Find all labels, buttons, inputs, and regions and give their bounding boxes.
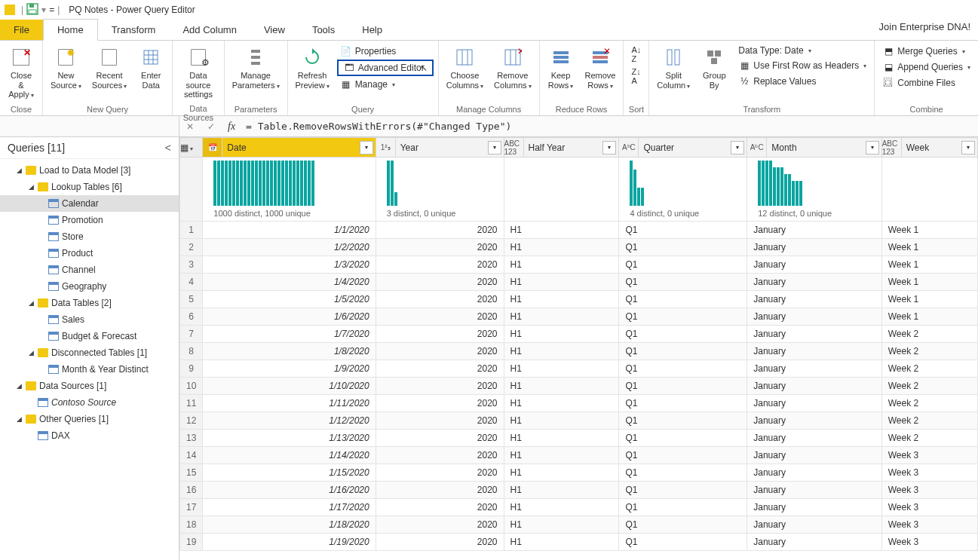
cell-half[interactable]: H1: [504, 378, 619, 395]
cell-date[interactable]: 1/2/2020: [203, 239, 376, 256]
manage-parameters-button[interactable]: Manage Parameters▾: [228, 42, 284, 93]
table-row[interactable]: 31/3/20202020H1Q1JanuaryWeek 1: [180, 256, 978, 274]
cell-quarter[interactable]: Q1: [619, 412, 747, 430]
tab-home[interactable]: Home: [43, 19, 98, 41]
cell-month[interactable]: January: [747, 326, 881, 343]
tree-folder[interactable]: ◢Data Sources [1]: [0, 378, 179, 394]
cell-week[interactable]: Week 1: [881, 308, 977, 326]
cell-year[interactable]: 2020: [376, 343, 504, 360]
cell-week[interactable]: Week 3: [881, 464, 977, 482]
cell-half[interactable]: H1: [504, 464, 619, 482]
cell-month[interactable]: January: [747, 516, 881, 534]
cell-date[interactable]: 1/8/2020: [203, 343, 376, 360]
cell-half[interactable]: H1: [504, 447, 619, 464]
cell-quarter[interactable]: Q1: [619, 308, 747, 326]
cell-half[interactable]: H1: [504, 343, 619, 360]
cell-month[interactable]: January: [747, 291, 881, 308]
column-filter-button[interactable]: ▾: [866, 141, 879, 155]
close-apply-button[interactable]: Close & Apply▾: [3, 42, 39, 103]
tree-query[interactable]: Store: [0, 228, 179, 245]
cell-week[interactable]: Week 3: [881, 534, 977, 551]
table-row[interactable]: 131/13/20202020H1Q1JanuaryWeek 2: [180, 430, 978, 447]
cell-quarter[interactable]: Q1: [619, 274, 747, 291]
keep-rows-button[interactable]: Keep Rows▾: [543, 42, 579, 93]
tree-query[interactable]: Sales: [0, 311, 179, 328]
cell-quarter[interactable]: Q1: [619, 516, 747, 534]
formula-cancel-button[interactable]: ✕: [179, 118, 201, 136]
data-grid[interactable]: ▦▾ 📅Date▾1²₃Year▾ABC 123Half Year▾AᵇCQua…: [179, 137, 978, 560]
cell-week[interactable]: Week 2: [881, 378, 977, 395]
cell-quarter[interactable]: Q1: [619, 430, 747, 447]
tree-query[interactable]: DAX: [0, 427, 179, 444]
cell-week[interactable]: Week 2: [881, 326, 977, 343]
tree-query[interactable]: Calendar: [0, 195, 179, 212]
table-row[interactable]: 71/7/20202020H1Q1JanuaryWeek 2: [180, 326, 978, 343]
cell-year[interactable]: 2020: [376, 360, 504, 378]
cell-month[interactable]: January: [747, 308, 881, 326]
data-source-settings-button[interactable]: ⚙ Data source settings: [176, 42, 220, 103]
cell-quarter[interactable]: Q1: [619, 343, 747, 360]
cell-year[interactable]: 2020: [376, 412, 504, 430]
cell-month[interactable]: January: [747, 360, 881, 378]
cell-quarter[interactable]: Q1: [619, 360, 747, 378]
table-row[interactable]: 171/17/20202020H1Q1JanuaryWeek 3: [180, 499, 978, 516]
cell-half[interactable]: H1: [504, 395, 619, 412]
tree-query[interactable]: Month & Year Distinct: [0, 361, 179, 378]
column-header[interactable]: 1²₃Year▾: [376, 138, 504, 158]
sort-asc-button[interactable]: A↓Z: [628, 44, 644, 65]
cell-quarter[interactable]: Q1: [619, 464, 747, 482]
formula-input[interactable]: = Table.RemoveRowsWithErrors(#"Changed T…: [241, 121, 978, 132]
cell-year[interactable]: 2020: [376, 239, 504, 256]
combine-files-button[interactable]: ⿴Combine Files: [879, 75, 973, 90]
type-icon[interactable]: ABC 123: [504, 138, 524, 157]
cell-half[interactable]: H1: [504, 516, 619, 534]
column-header[interactable]: ABC 123Half Year▾: [504, 138, 619, 158]
tree-query[interactable]: Geography: [0, 278, 179, 295]
column-filter-button[interactable]: ▾: [602, 141, 616, 155]
table-row[interactable]: 81/8/20202020H1Q1JanuaryWeek 2: [180, 343, 978, 360]
column-header[interactable]: 📅Date▾: [203, 138, 376, 158]
cell-quarter[interactable]: Q1: [619, 499, 747, 516]
table-row[interactable]: 61/6/20202020H1Q1JanuaryWeek 1: [180, 308, 978, 326]
formula-commit-button[interactable]: ✓: [201, 118, 222, 136]
recent-sources-button[interactable]: Recent Sources▾: [87, 42, 131, 93]
collapse-panel-button[interactable]: <: [165, 142, 171, 154]
properties-button[interactable]: 📄Properties: [337, 44, 434, 59]
cell-week[interactable]: Week 3: [881, 447, 977, 464]
table-row[interactable]: 191/19/20202020H1Q1JanuaryWeek 3: [180, 534, 978, 551]
advanced-editor-button[interactable]: 🗔Advanced Editor↖: [337, 60, 434, 76]
cell-month[interactable]: January: [747, 395, 881, 412]
cell-month[interactable]: January: [747, 430, 881, 447]
cell-date[interactable]: 1/1/2020: [203, 222, 376, 239]
cell-year[interactable]: 2020: [376, 274, 504, 291]
table-row[interactable]: 141/14/20202020H1Q1JanuaryWeek 3: [180, 447, 978, 464]
cell-month[interactable]: January: [747, 256, 881, 274]
cell-half[interactable]: H1: [504, 256, 619, 274]
sort-desc-button[interactable]: Z↓A: [628, 66, 644, 87]
cell-week[interactable]: Week 2: [881, 360, 977, 378]
table-row[interactable]: 181/18/20202020H1Q1JanuaryWeek 3: [180, 516, 978, 534]
replace-values-button[interactable]: ½Replace Values: [735, 74, 869, 89]
cell-quarter[interactable]: Q1: [619, 395, 747, 412]
column-header[interactable]: ABC 123Week▾: [881, 138, 977, 158]
cell-date[interactable]: 1/17/2020: [203, 499, 376, 516]
cell-week[interactable]: Week 3: [881, 482, 977, 499]
table-row[interactable]: 121/12/20202020H1Q1JanuaryWeek 2: [180, 412, 978, 430]
cell-week[interactable]: Week 1: [881, 239, 977, 256]
cell-year[interactable]: 2020: [376, 482, 504, 499]
table-row[interactable]: 11/1/20202020H1Q1JanuaryWeek 1: [180, 222, 978, 239]
cell-week[interactable]: Week 2: [881, 430, 977, 447]
tab-file[interactable]: File: [0, 20, 43, 40]
cell-half[interactable]: H1: [504, 499, 619, 516]
cell-date[interactable]: 1/19/2020: [203, 534, 376, 551]
cell-date[interactable]: 1/6/2020: [203, 308, 376, 326]
tab-tools[interactable]: Tools: [299, 20, 348, 40]
cell-month[interactable]: January: [747, 499, 881, 516]
cell-week[interactable]: Week 2: [881, 343, 977, 360]
table-row[interactable]: 151/15/20202020H1Q1JanuaryWeek 3: [180, 464, 978, 482]
cell-quarter[interactable]: Q1: [619, 239, 747, 256]
column-header[interactable]: AᵇCQuarter▾: [619, 138, 747, 158]
cell-month[interactable]: January: [747, 482, 881, 499]
cell-date[interactable]: 1/12/2020: [203, 412, 376, 430]
cell-date[interactable]: 1/16/2020: [203, 482, 376, 499]
